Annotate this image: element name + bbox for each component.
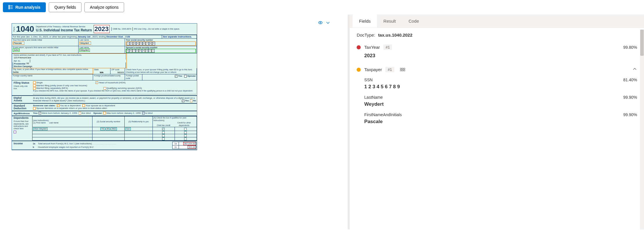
pec-text: Check here if you, or your spouse if fil… — [126, 69, 193, 73]
status-dot-orange — [357, 68, 361, 72]
subfield-ssn: SSN 81.40% — [364, 78, 637, 82]
field-value: 2023 — [364, 53, 637, 59]
tab-fields[interactable]: Fields — [353, 15, 377, 28]
subfield-value: Pascale — [364, 119, 637, 125]
eye-icon[interactable] — [318, 20, 323, 25]
query-fields-button[interactable]: Query fields — [49, 2, 81, 12]
pec-title: Presidential Election Campaign — [14, 63, 32, 67]
see-instructions: See separate instructions. — [162, 35, 197, 39]
field-city: Settle — [13, 71, 19, 73]
field-apt: 55 — [26, 62, 29, 65]
chevron-down-icon[interactable] — [326, 20, 330, 25]
field-address: 123 Fremont ave — [14, 56, 31, 59]
checkbox-spouse — [184, 75, 187, 78]
field-index-badge: #1 — [383, 44, 392, 50]
form-title: U.S. Individual Income Tax Return — [36, 28, 92, 32]
field-first-name: Pascale — [13, 42, 24, 45]
table-icon[interactable] — [400, 68, 405, 71]
tab-code[interactable]: Code — [402, 15, 425, 28]
results-pane: Fields Result Code DocType: tax.us.1040.… — [349, 15, 644, 229]
form-label-side: Form — [13, 27, 15, 31]
field-state: WA — [94, 71, 109, 74]
svg-rect-1 — [9, 7, 10, 8]
dept-line: Department of the Treasury—Internal Reve… — [36, 26, 92, 28]
std-deduction-label: Standard Deduction — [13, 104, 31, 110]
field-spouse-first: John — [13, 48, 19, 52]
field-taxyear: TaxYear #1 99.80% 2023 — [357, 44, 637, 59]
confidence-value: 99.80% — [623, 45, 637, 50]
field-taxpayer: Taxpayer #1 SSN 81.40% 1 2 3 4 5 6 7 8 9… — [357, 67, 637, 125]
document-preview-pane: Form 1040 Department of the Treasury—Int… — [0, 15, 348, 229]
tab-bar: Fields Result Code — [350, 15, 644, 28]
omb-number: OMB No. 1545-0074 — [111, 27, 133, 31]
field-spouse-last: Weydert — [79, 48, 90, 52]
svg-point-3 — [320, 22, 321, 23]
tax-year-box: 2023 — [94, 25, 110, 33]
doctype-row: DocType: tax.us.1040.2022 — [357, 33, 637, 37]
form-1040-image: Form 1040 Department of the Treasury—Int… — [12, 23, 197, 150]
scrollbar-thumb[interactable] — [640, 30, 644, 56]
confidence-value: 99.90% — [623, 95, 637, 100]
field-ssn: 123456789 — [126, 42, 196, 46]
irs-use-only: IRS Use Only—Do not write or staple in t… — [133, 27, 181, 31]
age-blindness-label: Age/Blindness — [13, 112, 31, 116]
status-dot-red — [357, 45, 361, 49]
dependent-name: Elton Weydert — [33, 127, 48, 130]
confidence-value: 81.40% — [623, 78, 637, 82]
tab-result[interactable]: Result — [377, 15, 402, 28]
field-last-name: Weydert — [79, 42, 91, 45]
field-index-badge: #1 — [385, 67, 394, 72]
collapse-icon[interactable] — [632, 67, 637, 72]
dependents-label: Dependents — [13, 116, 30, 120]
subfield-value: Weydert — [364, 101, 637, 107]
svg-rect-0 — [9, 5, 10, 6]
field-w2-total: 987,654.00 — [183, 142, 196, 145]
subfield-value: 1 2 3 4 5 6 7 8 9 — [364, 84, 637, 90]
svg-rect-2 — [9, 8, 10, 9]
confidence-value: 99.90% — [623, 112, 637, 117]
income-label: Income — [13, 141, 31, 146]
filing-status-label: Filing Status — [13, 81, 31, 85]
subfield-firstname: FirstNameAndInitials 99.90% — [364, 112, 637, 117]
analysis-icon — [8, 5, 13, 10]
subfield-lastname: LastName 99.90% — [364, 95, 637, 100]
field-spouse-ssn: 987654321 — [126, 49, 196, 53]
toolbar: Run analysis Query fields Analyze option… — [0, 0, 644, 15]
analyze-options-button[interactable]: Analyze options — [84, 2, 124, 12]
checkbox-you — [175, 75, 177, 78]
form-number: 1040 — [16, 24, 34, 34]
scrollbar[interactable] — [640, 30, 644, 229]
run-analysis-button[interactable]: Run analysis — [3, 2, 46, 12]
digital-assets-label: Digital Assets — [13, 96, 31, 103]
field-zip: 98103 — [111, 71, 124, 74]
doctype-value: tax.us.1040.2022 — [378, 33, 412, 37]
